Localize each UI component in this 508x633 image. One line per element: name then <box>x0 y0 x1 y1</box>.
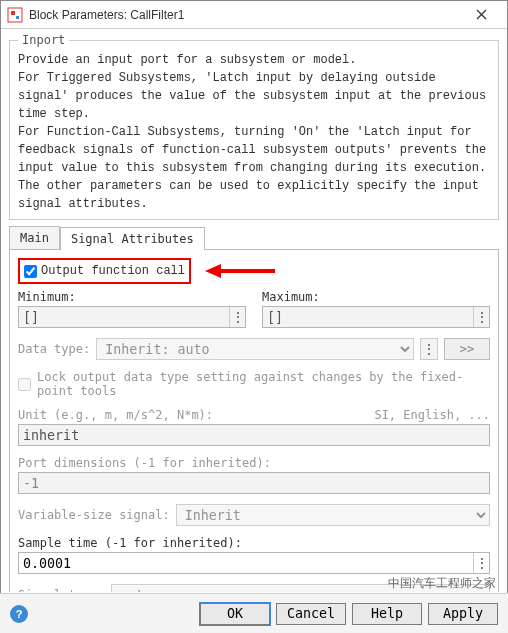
maximum-label: Maximum: <box>262 290 490 304</box>
svg-rect-2 <box>16 16 19 19</box>
sample-time-more-button[interactable]: ⋮ <box>473 553 489 573</box>
maximum-input[interactable] <box>263 307 473 327</box>
apply-button[interactable]: Apply <box>428 603 498 625</box>
inport-group: Inport Provide an input port for a subsy… <box>9 33 499 220</box>
port-dimensions-input[interactable] <box>19 473 489 493</box>
window-title: Block Parameters: CallFilter1 <box>29 8 461 22</box>
lock-datatype-label: Lock output data type setting against ch… <box>37 370 490 398</box>
tab-main[interactable]: Main <box>9 226 60 249</box>
tab-strip: Main Signal Attributes <box>9 226 499 249</box>
unit-label: Unit (e.g., m, m/s^2, N*m): <box>18 408 213 422</box>
datatype-select[interactable]: Inherit: auto <box>96 338 414 360</box>
help-icon[interactable]: ? <box>10 605 28 623</box>
svg-rect-1 <box>11 11 15 15</box>
app-icon <box>7 7 23 23</box>
ok-button[interactable]: OK <box>200 603 270 625</box>
annotation-highlight: Output function call <box>18 258 191 284</box>
variable-size-select[interactable]: Inherit <box>176 504 490 526</box>
minimum-more-button[interactable]: ⋮ <box>229 307 245 327</box>
tab-panel: Output function call Minimum: ⋮ Maximum:… <box>9 249 499 592</box>
close-button[interactable] <box>461 1 501 29</box>
sample-time-input[interactable] <box>19 553 473 573</box>
datatype-expand-button[interactable]: >> <box>444 338 490 360</box>
help-button[interactable]: Help <box>352 603 422 625</box>
minimum-input[interactable] <box>19 307 229 327</box>
group-legend: Inport <box>18 33 69 47</box>
datatype-label: Data type: <box>18 342 90 356</box>
minimum-label: Minimum: <box>18 290 246 304</box>
signal-type-label: Signal type: <box>18 588 105 592</box>
cancel-button[interactable]: Cancel <box>276 603 346 625</box>
datatype-more-button[interactable]: ⋮ <box>420 338 438 360</box>
close-icon <box>476 9 487 20</box>
variable-size-label: Variable-size signal: <box>18 508 170 522</box>
unit-input[interactable] <box>19 425 489 445</box>
signal-type-select[interactable]: auto <box>111 584 490 592</box>
svg-marker-6 <box>205 264 221 278</box>
annotation-arrow <box>205 262 275 280</box>
port-dimensions-label: Port dimensions (-1 for inherited): <box>18 456 271 470</box>
maximum-more-button[interactable]: ⋮ <box>473 307 489 327</box>
description-text: Provide an input port for a subsystem or… <box>18 51 490 213</box>
output-function-call-label: Output function call <box>41 262 185 280</box>
lock-datatype-checkbox[interactable] <box>18 378 31 391</box>
output-function-call-checkbox[interactable] <box>24 265 37 278</box>
tab-signal-attributes[interactable]: Signal Attributes <box>60 227 205 250</box>
unit-system-label: SI, English, ... <box>374 408 490 422</box>
sample-time-label: Sample time (-1 for inherited): <box>18 536 242 550</box>
